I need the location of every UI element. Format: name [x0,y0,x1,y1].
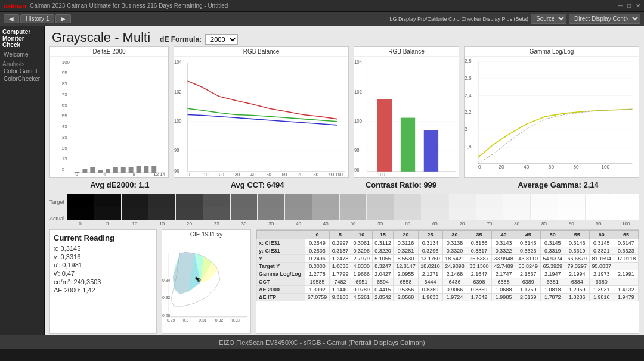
svg-rect-17 [113,167,118,173]
svg-text:102: 102 [174,89,182,94]
swatch-target-55 [367,194,394,207]
row-label-dE_itp: ΔE ITP [257,294,305,301]
cell-x_cie31-5: 0.3134 [418,239,442,247]
cell-dE_itp-10: 1.7872 [540,294,565,301]
current-reading-panel: Current Reading x: 0,3145 y: 0,3316 u': … [49,229,157,334]
cell-Y-1: 1.2478 [330,255,351,263]
rgb-balance-chart: RGB Balance 104 102 100 98 96 [174,46,349,178]
cell-gamma-8: 2.1747 [491,270,516,278]
row-label-target_y: Target Y [257,263,305,270]
rgb-bar-title: RGB Balance [354,47,459,57]
swatch-actual-30 [231,207,258,220]
svg-text:0: 0 [188,172,191,176]
cell-cct-12: 6380 [589,278,614,286]
cell-Y-7: 25.5387 [467,255,491,263]
cell-dE2000-5: 0.8369 [418,286,442,294]
cell-dE2000-9: 1.1759 [516,286,540,294]
col-header-0: 0 [305,231,329,239]
status-bar: EIZO FlexScan EV3450XC - sRGB - Gamut (P… [0,335,644,349]
charts-top-row: DeltaE 2000 100 95 85 75 65 55 45 35 25 … [45,46,644,178]
cell-x_cie31-10: 0.3145 [540,239,565,247]
cell-y_cie31-11: 0.3319 [565,247,589,255]
maximize-btn[interactable]: □ [627,2,631,9]
swatch-num-15: 15 [148,221,175,227]
table-row: Y0.24961.24782.79795.10558.553013.176018… [257,255,639,263]
cell-cct-8: 6388 [491,278,516,286]
svg-text:8: 8 [133,172,136,176]
current-reading-title: Current Reading [54,234,153,242]
dE-select[interactable]: 2000 [205,34,238,45]
col-header-20: 20 [394,231,418,239]
cell-gamma-5: 2.1271 [418,270,442,278]
swatch-actual-100 [612,207,639,220]
cell-y_cie31-6: 0.3320 [442,247,467,255]
page-title: Grayscale - Multi [52,30,150,45]
swatch-actual-70 [449,207,476,220]
svg-text:60: 60 [282,172,287,176]
sidebar-item-welcome[interactable]: Welcome [2,51,42,58]
cr-x: x: 0,3145 [54,245,153,252]
svg-text:0,29: 0,29 [162,313,171,318]
table-row: ΔE 20001.39921.14400.97890.44150.53560.8… [257,286,639,294]
display-select[interactable]: Direct Display Control [569,14,640,24]
table-row: CCT1958574826951659465586444643663986388… [257,278,639,286]
swatch-num-55: 55 [367,221,394,227]
cell-Y-13: 97.0118 [614,255,638,263]
cell-Y-6: 18.5421 [442,255,467,263]
svg-rect-16 [106,169,110,173]
cell-cct-2: 6951 [351,278,372,286]
sidebar: Computer Monitor Check Welcome Analysis … [0,26,45,335]
cell-x_cie31-11: 0.3146 [565,239,589,247]
cell-dE_itp-9: 2.0169 [516,294,540,301]
swatch-actual-90 [558,207,585,220]
cell-y_cie31-8: 0.3322 [491,247,516,255]
minimize-btn[interactable]: ─ [618,2,623,9]
cell-dE_itp-3: 2.8542 [372,294,394,301]
dE-label: dE Formula: [160,35,202,43]
cell-gamma-12: 2.1973 [589,270,614,278]
cell-gamma-3: 2.0427 [372,270,394,278]
rgb-bar-chart: RGB Balance 104 102 100 98 96 [354,46,459,178]
swatch-actual-35 [258,207,284,220]
svg-text:2,6: 2,6 [465,76,472,81]
sidebar-item-colorchecker[interactable]: ColorChecker [2,75,42,83]
titlebar: calman Calman 2023 Calman Ultimate for B… [0,0,644,12]
svg-rect-15 [98,170,103,173]
svg-text:102: 102 [354,89,363,94]
history-label-btn[interactable]: History 1 [20,14,54,23]
cell-gamma-4: 2.0955 [394,270,418,278]
cell-target_y-3: 8.3247 [372,263,394,270]
cell-dE_itp-6: 1.9724 [442,294,467,301]
cell-dE2000-8: 1.0688 [491,286,516,294]
svg-text:2,4: 2,4 [465,93,472,98]
table-row: Target Y0.00001.00364.83308.324712.81471… [257,263,639,270]
cell-dE_itp-4: 2.0568 [394,294,418,301]
svg-text:75: 75 [62,92,67,97]
history-forward-btn[interactable]: ▶ [55,14,71,23]
svg-rect-63 [424,130,438,172]
cell-Y-12: 81.1594 [589,255,614,263]
svg-text:80: 80 [314,172,319,176]
source-select[interactable]: Source [531,14,566,24]
history-back-btn[interactable]: ◀ [4,14,19,23]
cell-gamma-9: 2.1837 [516,270,540,278]
toolbar: ◀ History 1 ▶ LG Display Pro/Calibrite C… [0,12,644,26]
data-table: 0 5 10 15 20 25 30 35 40 45 50 55 [256,229,639,334]
swatch-target-70 [449,194,476,207]
svg-text:12 14: 12 14 [153,172,165,176]
swatch-actual-25 [203,207,230,220]
svg-text:100: 100 [174,118,182,123]
main-layout: Computer Monitor Check Welcome Analysis … [0,26,644,335]
swatch-target-75 [476,194,503,207]
svg-rect-13 [82,169,87,173]
sidebar-item-color-gamut[interactable]: Color Gamut [2,67,42,75]
cell-Y-11: 66.6879 [565,255,589,263]
swatch-actual-10 [122,207,148,220]
dE-formula-row: dE Formula: 2000 [160,34,238,45]
row-label-gamma: Gamma Log/Log [257,270,305,278]
swatch-num-45: 45 [312,221,339,227]
col-header-15: 15 [372,231,394,239]
cell-dE_itp-13: 1.9479 [614,294,638,301]
close-btn[interactable]: ✕ [636,2,640,9]
cell-target_y-6: 24.9098 [442,263,467,270]
